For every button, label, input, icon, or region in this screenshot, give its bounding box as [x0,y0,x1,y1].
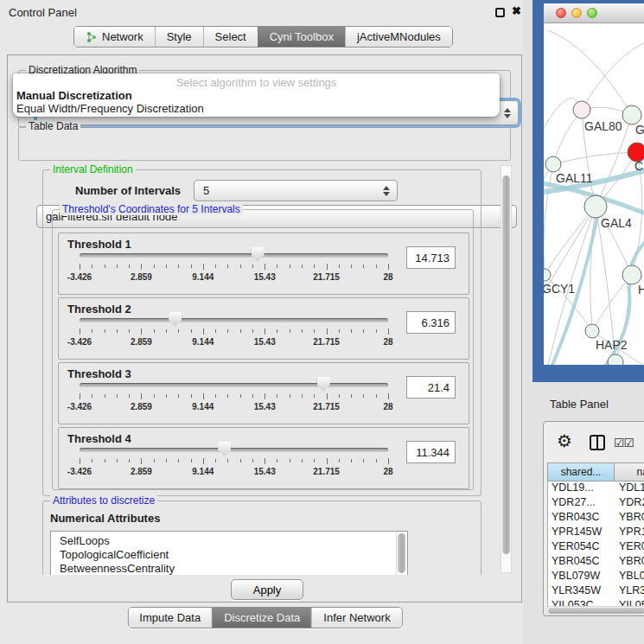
column-header-shared-name[interactable]: shared... [547,462,615,481]
table-cell[interactable]: YDL19... [548,481,615,496]
attribute-item-betweennesscentrality[interactable]: BetweennessCentrality [51,562,395,575]
scrollbar-thumb[interactable] [548,608,644,614]
dropdown-option-manual[interactable]: Manual Discretization [13,89,500,102]
table-row[interactable]: YBR045CYBR045C [548,555,644,570]
tick-mark [203,328,204,335]
select-columns-icon[interactable]: ☑☑ [614,436,634,450]
threshold-3-value-input[interactable]: 21.4 [406,376,456,399]
panel-vertical-scrollbar[interactable] [501,165,512,573]
slider-thumb[interactable] [317,377,330,392]
table-body[interactable]: YDL19...YDL19YDR27...YDR27YBR043CYBR043C… [547,481,644,607]
apply-button[interactable]: Apply [231,579,303,600]
close-icon[interactable]: ✖ [512,4,521,17]
tick-mark [92,265,92,268]
slider-thumb[interactable] [169,312,182,327]
tick-mark [92,459,92,462]
table-row[interactable]: YER054CYER054C [548,540,644,555]
table-cell[interactable]: YDR27 [615,496,644,511]
threshold-1-slider[interactable]: -3.4262.8599.14415.4321.71528 [80,245,388,284]
table-cell[interactable]: YDL19 [615,481,644,496]
tick-mark [363,459,364,462]
threshold-3-slider[interactable]: -3.4262.8599.14415.4321.71528 [80,375,388,413]
table-cell[interactable]: YLR345W [615,584,644,599]
table-cell[interactable]: YPR145W [548,526,615,540]
table-cell[interactable]: YER054C [615,540,644,555]
network-node-hap2[interactable] [585,324,599,338]
table-row[interactable]: YBL079WYBL079W [548,570,644,584]
column-layout-icon[interactable] [590,435,605,450]
network-edge[interactable] [548,30,632,115]
slider-thumb[interactable] [252,247,265,262]
network-edge[interactable] [553,152,637,164]
numerical-attributes-list[interactable]: SelfLoopsTopologicalCoefficientBetweenne… [50,531,408,575]
slider-track[interactable] [80,253,388,258]
table-cell[interactable]: YBR045C [548,555,615,570]
network-node-gal11[interactable] [545,156,561,172]
algorithm-dropdown: Select algorithm to view settings Manual… [13,73,500,117]
tab-network[interactable]: Network [74,27,155,47]
table-row[interactable]: YPR145WYPR145W [548,526,644,540]
tick-mark [339,329,340,333]
tab-select[interactable]: Select [203,27,258,47]
tab-impute-data[interactable]: Impute Data [128,608,212,628]
table-cell[interactable]: YBR043C [548,511,615,526]
slider-track[interactable] [80,383,388,387]
network-node-gal80[interactable] [573,101,590,118]
scrollbar-thumb[interactable] [502,175,510,554]
network-node-gcy1[interactable] [544,269,551,281]
table-cell[interactable]: YBR045C [615,555,644,570]
table-cell[interactable]: YPR145W [615,526,644,540]
network-edge[interactable] [582,42,644,110]
num-intervals-combo[interactable]: 5 [194,180,398,201]
dropdown-option-equal-width[interactable]: Equal Width/Frequency Discretization [13,102,500,115]
network-node-gal4[interactable] [584,195,607,218]
list-vertical-scrollbar[interactable] [396,532,407,575]
attribute-item-topologicalcoefficient[interactable]: TopologicalCoefficient [51,548,395,562]
close-traffic-light-icon[interactable] [556,8,566,18]
network-edge[interactable] [544,164,553,275]
table-cell[interactable]: YBL079W [615,570,644,584]
table-row[interactable]: YLR345WYLR345W [548,584,644,599]
table-horizontal-scrollbar[interactable] [545,606,644,615]
threshold-4-slider[interactable]: -3.4262.8599.14415.4321.71528 [80,440,388,478]
table-cell[interactable]: YBL079W [548,570,615,584]
network-node-h[interactable] [622,265,641,284]
tab-infer-network[interactable]: Infer Network [311,608,401,628]
tick-mark [117,265,118,268]
network-node-label: HAP2 [596,338,628,352]
tab-discretize-data[interactable]: Discretize Data [212,608,311,628]
slider-track[interactable] [80,318,388,322]
slider-ticks [80,264,388,271]
tick-label: 15.43 [254,402,276,411]
threshold-1-value-input[interactable]: 14.713 [406,246,456,269]
slider-track[interactable] [80,448,388,452]
threshold-4-value-input[interactable]: 11.344 [406,441,456,463]
attribute-item-selfloops[interactable]: SelfLoops [51,534,395,548]
tab-jactivemnodules[interactable]: jActiveMNodules [345,27,452,47]
slider-thumb[interactable] [218,442,231,456]
tick-mark [252,265,253,268]
tick-mark [290,394,290,398]
tick-mark [191,329,192,333]
table-cell[interactable]: YLR345W [548,584,615,599]
tab-style[interactable]: Style [155,27,203,47]
zoom-traffic-light-icon[interactable] [587,8,597,18]
tab-cyni-toolbox[interactable]: Cyni Toolbox [258,27,345,47]
network-edge[interactable] [553,110,582,164]
scrollbar-thumb[interactable] [398,533,405,573]
float-window-icon[interactable] [495,8,505,17]
table-row[interactable]: YBR043CYBR043C [548,511,644,526]
table-cell[interactable]: YDR27... [548,496,615,511]
settings-gear-icon[interactable]: ⚙ [557,432,572,450]
network-canvas[interactable]: GAL80GACGAL11GAL4GCY1HHAP2 [544,23,644,365]
threshold-2-value-input[interactable]: 6.316 [406,311,456,334]
column-header-name[interactable]: name [615,462,644,481]
table-cell[interactable]: YER054C [548,540,615,555]
minimize-traffic-light-icon[interactable] [571,8,582,18]
threshold-2-slider[interactable]: -3.4262.8599.14415.4321.71528 [80,310,388,348]
table-cell[interactable]: YBR043C [615,511,644,526]
table-row[interactable]: YDR27...YDR27 [548,496,644,511]
network-edge[interactable] [545,207,596,275]
network-node-ga[interactable] [622,105,641,124]
table-row[interactable]: YDL19...YDL19 [548,481,644,496]
